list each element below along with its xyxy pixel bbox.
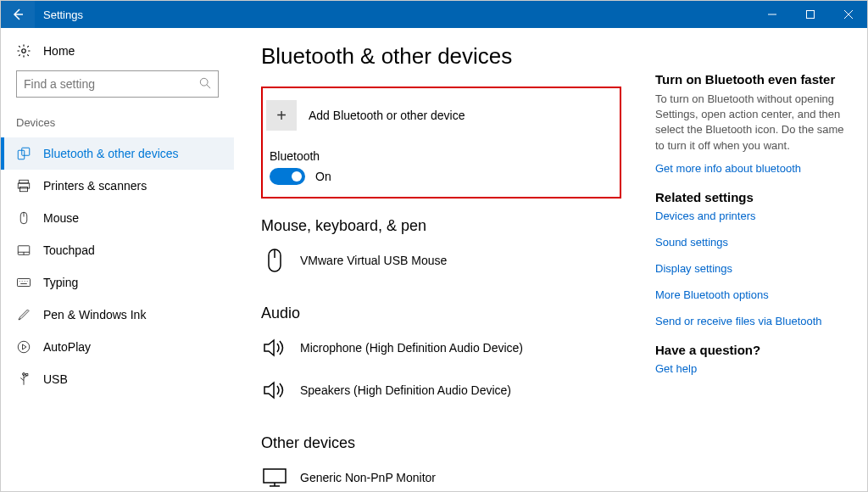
keyboard-icon	[16, 275, 31, 290]
mouse-icon	[16, 210, 31, 226]
speaker-icon	[261, 334, 288, 361]
section-audio-heading: Audio	[261, 305, 621, 322]
related-link-sound[interactable]: Sound settings	[655, 236, 850, 249]
printer-icon	[16, 178, 31, 193]
search-icon	[199, 77, 211, 92]
sidebar-item-typing[interactable]: Typing	[1, 266, 234, 299]
tip-link[interactable]: Get more info about bluetooth	[655, 162, 850, 175]
mouse-icon	[261, 247, 288, 274]
sidebar-item-touchpad[interactable]: Touchpad	[1, 234, 234, 266]
related-link-display[interactable]: Display settings	[655, 262, 850, 275]
device-row[interactable]: Generic Non-PnP Monitor	[261, 461, 621, 491]
page-heading: Bluetooth & other devices	[261, 43, 621, 70]
device-label: Generic Non-PnP Monitor	[300, 471, 436, 484]
svg-rect-26	[26, 374, 28, 376]
sidebar-item-pen[interactable]: Pen & Windows Ink	[1, 299, 234, 331]
maximize-icon	[806, 10, 815, 19]
svg-rect-9	[19, 180, 29, 183]
nav-label: Mouse	[43, 211, 79, 225]
bluetooth-devices-icon	[16, 146, 31, 161]
nav-label: Bluetooth & other devices	[43, 147, 179, 160]
bluetooth-toggle[interactable]	[270, 168, 305, 185]
sidebar: Home Find a setting Devices Bluetooth & …	[1, 28, 234, 491]
window-title: Settings	[35, 8, 83, 21]
svg-line-6	[207, 84, 210, 87]
bluetooth-label: Bluetooth	[270, 149, 609, 163]
sidebar-item-usb[interactable]: USB	[1, 363, 234, 395]
sidebar-section-label: Devices	[1, 116, 234, 137]
device-label: Microphone (High Definition Audio Device…	[300, 341, 523, 355]
sidebar-item-mouse[interactable]: Mouse	[1, 202, 234, 234]
question-heading: Have a question?	[655, 343, 850, 357]
svg-rect-8	[22, 148, 30, 155]
titlebar: Settings	[1, 1, 867, 28]
home-label: Home	[43, 44, 75, 58]
minimize-button[interactable]	[753, 1, 791, 28]
device-row[interactable]: Speakers (High Definition Audio Device)	[261, 373, 621, 416]
plus-icon: +	[266, 100, 297, 131]
section-mouse-heading: Mouse, keyboard, & pen	[261, 217, 621, 235]
maximize-button[interactable]	[791, 1, 829, 28]
add-device-label: Add Bluetooth or other device	[309, 109, 465, 122]
device-label: VMware Virtual USB Mouse	[300, 254, 447, 267]
tip-heading: Turn on Bluetooth even faster	[655, 72, 850, 87]
svg-rect-1	[806, 11, 814, 19]
add-device-button[interactable]: + Add Bluetooth or other device	[266, 97, 609, 143]
sidebar-item-bluetooth[interactable]: Bluetooth & other devices	[1, 137, 234, 170]
nav-label: Typing	[43, 276, 78, 289]
nav-label: Printers & scanners	[43, 179, 147, 193]
usb-icon	[16, 372, 31, 387]
close-button[interactable]	[829, 1, 867, 28]
monitor-icon	[261, 464, 288, 491]
nav-label: Pen & Windows Ink	[43, 308, 146, 321]
tip-text: To turn on Bluetooth without opening Set…	[655, 92, 850, 154]
svg-rect-29	[264, 469, 286, 483]
close-icon	[844, 10, 853, 19]
touchpad-icon	[16, 243, 31, 258]
highlight-annotation: + Add Bluetooth or other device Bluetoot…	[261, 87, 621, 198]
sidebar-item-printers[interactable]: Printers & scanners	[1, 170, 234, 202]
search-placeholder: Find a setting	[24, 77, 95, 91]
gear-icon	[16, 43, 31, 59]
autoplay-icon	[16, 339, 31, 355]
svg-point-23	[18, 341, 30, 353]
svg-rect-7	[18, 150, 25, 159]
bluetooth-state: On	[315, 170, 331, 183]
device-row[interactable]: Microphone (High Definition Audio Device…	[261, 331, 621, 373]
related-link-devices-printers[interactable]: Devices and printers	[655, 210, 850, 222]
section-other-heading: Other devices	[261, 434, 621, 452]
related-link-more-bluetooth[interactable]: More Bluetooth options	[655, 288, 850, 301]
back-button[interactable]	[1, 1, 35, 28]
nav-label: Touchpad	[43, 243, 95, 257]
arrow-left-icon	[11, 8, 25, 21]
svg-point-4	[22, 49, 26, 53]
device-label: Speakers (High Definition Audio Device)	[300, 383, 511, 397]
minimize-icon	[768, 10, 776, 19]
pen-icon	[16, 307, 31, 322]
content: Bluetooth & other devices + Add Bluetoot…	[234, 28, 867, 491]
related-heading: Related settings	[655, 190, 850, 204]
sidebar-item-autoplay[interactable]: AutoPlay	[1, 331, 234, 363]
nav-label: AutoPlay	[43, 340, 91, 354]
search-input[interactable]: Find a setting	[16, 70, 219, 98]
get-help-link[interactable]: Get help	[655, 362, 850, 375]
speaker-icon	[261, 377, 288, 404]
related-link-send-receive[interactable]: Send or receive files via Bluetooth	[655, 315, 850, 327]
home-button[interactable]: Home	[1, 38, 234, 70]
svg-rect-17	[18, 279, 31, 287]
nav-label: USB	[43, 372, 68, 386]
right-panel: Turn on Bluetooth even faster To turn on…	[655, 43, 850, 491]
svg-rect-11	[20, 187, 28, 192]
device-row[interactable]: VMware Virtual USB Mouse	[261, 243, 621, 286]
